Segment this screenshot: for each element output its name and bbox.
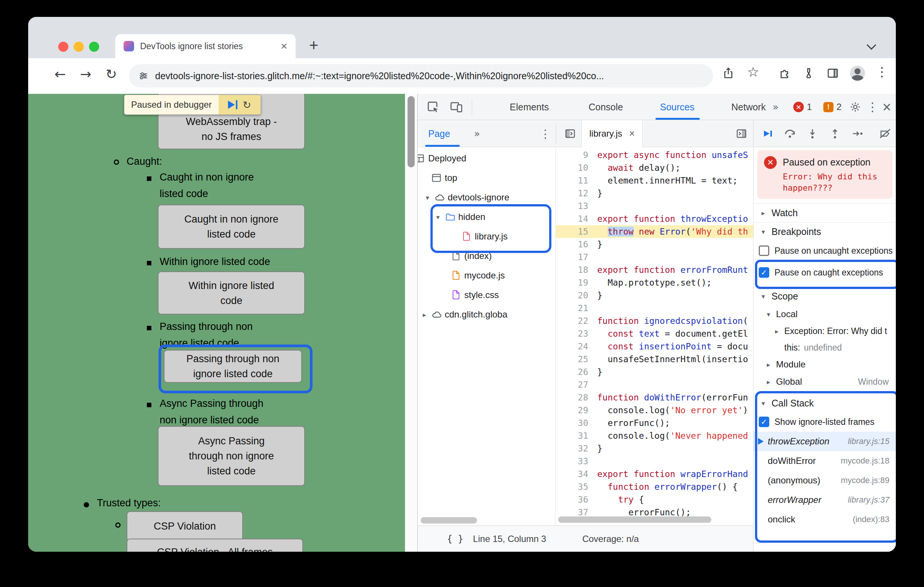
line-number[interactable]: 24: [556, 340, 594, 353]
hide-navigator-icon[interactable]: [563, 127, 577, 140]
code-editor[interactable]: 9export async function unsafeS10 await d…: [556, 147, 753, 525]
tree-item-mycode-js[interactable]: mycode.js: [417, 266, 556, 285]
call-stack-frame[interactable]: onclick(index):83: [754, 510, 896, 529]
bookmark-star-icon[interactable]: ☆: [747, 64, 759, 80]
scope-exception-row[interactable]: ▸ Exception: Error: Why did t: [773, 323, 896, 339]
line-number[interactable]: 35: [556, 480, 594, 493]
site-info-icon[interactable]: [139, 71, 148, 81]
code-line[interactable]: 23 const text = document.getEl: [556, 327, 753, 340]
code-line[interactable]: 29 console.log('No error yet'): [556, 404, 753, 417]
tab-elements[interactable]: Elements: [510, 94, 549, 120]
pause-caught-row[interactable]: ✓ Pause on caught exceptions: [754, 263, 896, 282]
code-line[interactable]: 18export function errorFromRunt: [556, 263, 753, 276]
zoom-window-button[interactable]: [89, 42, 99, 52]
line-number[interactable]: 26: [556, 365, 594, 378]
code-line[interactable]: 33: [556, 455, 753, 468]
line-number[interactable]: 29: [556, 404, 594, 417]
coverage-label[interactable]: Coverage: n/a: [582, 534, 639, 544]
line-number[interactable]: 33: [556, 455, 594, 468]
navigator-tab-page[interactable]: Page: [428, 120, 450, 147]
tab-sources[interactable]: Sources: [660, 94, 695, 120]
resume-execution-icon[interactable]: [760, 127, 774, 140]
tab-search-chevron-icon[interactable]: [866, 40, 876, 49]
code-line[interactable]: 32}: [556, 442, 753, 455]
line-number[interactable]: 34: [556, 468, 594, 480]
toggle-debugger-sidebar-icon[interactable]: [735, 127, 748, 140]
line-number[interactable]: 27: [556, 378, 594, 391]
call-stack-frame[interactable]: (anonymous)mycode.js:89: [754, 471, 896, 490]
caret-right-icon[interactable]: ▸: [421, 311, 428, 319]
code-line[interactable]: 26}: [556, 365, 753, 378]
more-tabs-icon[interactable]: »: [773, 94, 779, 120]
code-line[interactable]: 19 Map.prototype.set();: [556, 276, 753, 289]
more-navigator-tabs-icon[interactable]: »: [470, 127, 484, 140]
code-line[interactable]: 36 try {: [556, 493, 753, 506]
call-stack-section-header[interactable]: ▾ Call Stack: [754, 394, 896, 412]
caret-right-icon[interactable]: ▸: [773, 327, 780, 335]
code-line[interactable]: 24 const insertionPoint = docu: [556, 340, 753, 353]
devtools-menu-icon[interactable]: ⋮: [865, 100, 879, 114]
caret-right-icon[interactable]: ▸: [765, 361, 772, 368]
tree-item-index[interactable]: (index): [417, 246, 556, 266]
device-toolbar-icon[interactable]: [449, 100, 464, 114]
minimize-window-button[interactable]: [74, 42, 84, 52]
line-number[interactable]: 15: [556, 225, 594, 238]
code-line[interactable]: 31 console.log('Never happened: [556, 429, 753, 442]
step-over-icon[interactable]: ↻: [243, 100, 251, 110]
frame-location[interactable]: (index):83: [853, 515, 889, 525]
call-stack-frame[interactable]: errorWrapperlibrary.js:37: [754, 490, 896, 510]
code-line[interactable]: 15 throw new Error('Why did th: [556, 225, 753, 238]
line-number[interactable]: 21: [556, 302, 594, 314]
share-icon[interactable]: [722, 67, 734, 79]
code-line[interactable]: 30 errorFunc();: [556, 417, 753, 429]
labs-flask-icon[interactable]: [803, 67, 815, 79]
within-ignore-listed-button[interactable]: Within ignore listed code: [158, 271, 305, 314]
step-out-icon[interactable]: [828, 127, 842, 140]
pretty-print-icon[interactable]: { }: [447, 534, 463, 544]
line-number[interactable]: 22: [556, 314, 594, 327]
code-line[interactable]: 35 function errorWrapper() {: [556, 480, 753, 493]
forward-button[interactable]: →: [80, 66, 91, 82]
step-icon[interactable]: [850, 127, 865, 140]
navigator-hscrollbar-thumb[interactable]: [421, 517, 477, 524]
tree-item-top[interactable]: top: [417, 168, 556, 187]
frame-location[interactable]: mycode.js:18: [841, 456, 889, 466]
deactivate-breakpoints-icon[interactable]: [878, 127, 893, 140]
omnibox[interactable]: devtools-ignore-list-stories.glitch.me/#…: [129, 64, 713, 87]
inspect-element-icon[interactable]: [426, 100, 440, 114]
caret-down-icon[interactable]: ▾: [434, 213, 442, 221]
line-number[interactable]: 28: [556, 391, 594, 404]
step-into-icon[interactable]: [805, 127, 820, 140]
side-panel-icon[interactable]: [827, 67, 839, 79]
frame-location[interactable]: library.js:37: [848, 495, 889, 505]
call-stack-frame[interactable]: throwExceptionlibrary.js:15: [754, 432, 896, 451]
resume-script-icon[interactable]: [228, 100, 238, 109]
caret-down-icon[interactable]: ▾: [765, 311, 772, 318]
pause-uncaught-row[interactable]: Pause on uncaught exceptions: [754, 241, 896, 260]
url-text[interactable]: devtools-ignore-list-stories.glitch.me/#…: [155, 71, 604, 81]
tree-item-style-css[interactable]: style.css: [417, 285, 556, 305]
code-line[interactable]: 27: [556, 378, 753, 391]
caret-right-icon[interactable]: ▸: [765, 378, 772, 386]
scope-local-row[interactable]: ▾ Local: [765, 306, 896, 323]
scope-global-row[interactable]: ▸ Global Window: [765, 373, 896, 390]
line-number[interactable]: 11: [556, 174, 594, 187]
line-number[interactable]: 10: [556, 161, 594, 174]
caret-down-icon[interactable]: ▾: [424, 194, 431, 202]
navigator-menu-icon[interactable]: ⋮: [539, 127, 552, 140]
tree-item-library-js[interactable]: library.js: [417, 227, 556, 246]
line-number[interactable]: 14: [556, 212, 594, 225]
pause-caught-checkbox[interactable]: ✓: [759, 267, 769, 278]
show-ignore-listed-checkbox[interactable]: ✓: [759, 417, 769, 427]
scope-section-header[interactable]: ▾ Scope: [754, 287, 896, 306]
frame-location[interactable]: mycode.js:89: [841, 475, 889, 485]
csp-violation-button[interactable]: CSP Violation: [127, 511, 243, 541]
new-tab-button[interactable]: +: [309, 36, 318, 54]
code-line[interactable]: 9export async function unsafeS: [556, 149, 753, 161]
code-line[interactable]: 20}: [556, 289, 753, 302]
tab-console[interactable]: Console: [589, 94, 623, 120]
line-number[interactable]: 30: [556, 417, 594, 429]
close-window-button[interactable]: [58, 42, 68, 52]
frame-location[interactable]: library.js:15: [848, 436, 889, 446]
editor-tab-close-icon[interactable]: ×: [629, 128, 635, 140]
